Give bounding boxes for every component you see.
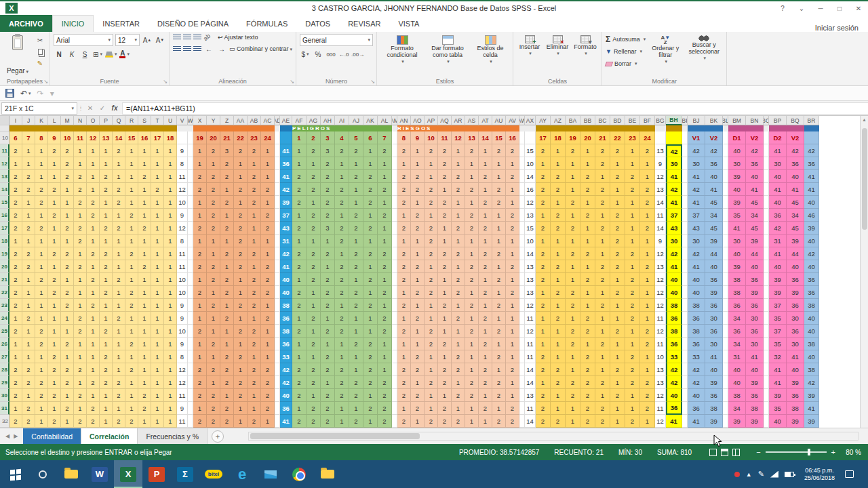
cell-AM11[interactable]	[392, 144, 397, 157]
cell-AZ24[interactable]: 2	[551, 312, 566, 325]
cell-BA27[interactable]: 1	[566, 350, 580, 363]
cell-BB17[interactable]: 1	[580, 222, 595, 235]
cell-X10[interactable]: 19	[193, 131, 207, 144]
cell-BJ20[interactable]: 41	[688, 260, 705, 273]
cell-BI31[interactable]	[682, 402, 688, 415]
cell-AK21[interactable]: 2	[363, 273, 378, 286]
cell-I20[interactable]: 2	[9, 260, 22, 273]
cell-AC14[interactable]: 2	[261, 183, 275, 196]
cell-AV15[interactable]: 1	[506, 196, 519, 209]
cell-AO23[interactable]: 1	[411, 299, 425, 312]
cell-BB21[interactable]: 2	[580, 273, 595, 286]
cell-N11[interactable]: 1	[74, 144, 87, 157]
cell-AJ16[interactable]: 2	[349, 209, 363, 222]
cell-AQ13[interactable]: 2	[438, 170, 452, 183]
cell-AW30[interactable]	[519, 389, 525, 402]
cell-BD23[interactable]: 1	[610, 299, 625, 312]
vertical-scroll-thumb[interactable]	[862, 128, 867, 230]
sheet-tab-correlación[interactable]: Correlación	[81, 428, 138, 444]
cell-AC16[interactable]: 2	[261, 209, 275, 222]
cell-AP27[interactable]: 1	[425, 350, 438, 363]
cell-AO25[interactable]: 1	[411, 325, 425, 338]
cell-AY18[interactable]: 1	[536, 235, 551, 247]
cell-AD32[interactable]	[275, 415, 280, 428]
cell-V12[interactable]: 8	[177, 157, 188, 170]
cell-AJ29[interactable]: 2	[349, 376, 363, 389]
column-header-BJ[interactable]: BJ	[688, 116, 705, 125]
cell-V14[interactable]: 12	[177, 183, 188, 196]
cell-BL31[interactable]	[723, 402, 728, 415]
cell-AE29[interactable]: 42	[280, 376, 292, 389]
cell-K14[interactable]: 2	[35, 183, 48, 196]
cell-J11[interactable]: 1	[22, 144, 35, 157]
cell-BQ15[interactable]: 45	[787, 196, 804, 209]
cell-BK19[interactable]: 44	[705, 247, 723, 260]
cell-BM19[interactable]: 40	[728, 247, 746, 260]
column-header-P[interactable]: P	[100, 116, 113, 125]
cell-AT31[interactable]: 2	[479, 402, 492, 415]
cell-AQ17[interactable]: 1	[438, 222, 452, 235]
cell-AZ26[interactable]: 1	[551, 338, 566, 350]
cell-BF15[interactable]: 2	[640, 196, 655, 209]
cell-BE32[interactable]: 2	[625, 415, 640, 428]
cell-Z13[interactable]: 2	[220, 170, 234, 183]
cell-BF22[interactable]: 1	[640, 286, 655, 299]
cell-AY15[interactable]: 2	[536, 196, 551, 209]
cell-AY27[interactable]: 2	[536, 350, 551, 363]
cell-K22[interactable]: 1	[35, 286, 48, 299]
cell-V17[interactable]: 12	[177, 222, 188, 235]
cell-Q29[interactable]: 2	[113, 376, 125, 389]
cell-O20[interactable]: 1	[87, 260, 100, 273]
cell-AL21[interactable]: 1	[378, 273, 392, 286]
cell-T16[interactable]: 1	[151, 209, 164, 222]
cell-BR10[interactable]	[804, 131, 819, 144]
cell-AO28[interactable]: 2	[411, 363, 425, 376]
column-header-BC[interactable]: BC	[595, 116, 610, 125]
row-header-31[interactable]: 31	[0, 402, 9, 415]
cell-AR29[interactable]: 1	[452, 376, 465, 389]
cell-R15[interactable]: 1	[125, 196, 138, 209]
cell-BM13[interactable]: 39	[728, 170, 746, 183]
cell-AP10[interactable]: 10	[425, 131, 438, 144]
cell-AE14[interactable]: 42	[280, 183, 292, 196]
cell-W10[interactable]	[188, 131, 193, 144]
cell-I27[interactable]: 1	[9, 350, 22, 363]
cell-BL28[interactable]	[723, 363, 728, 376]
cell-AG27[interactable]: 1	[307, 350, 321, 363]
cell-BC27[interactable]: 1	[595, 350, 610, 363]
cell-BR21[interactable]: 36	[804, 273, 819, 286]
cell-BH25[interactable]: 38	[666, 325, 682, 338]
cell-BM15[interactable]: 39	[728, 196, 746, 209]
cell-I26[interactable]: 1	[9, 338, 22, 350]
cell-Y11[interactable]: 2	[207, 144, 220, 157]
cell-AH10[interactable]: 3	[321, 131, 335, 144]
cell-AE30[interactable]: 40	[280, 389, 292, 402]
zoom-slider[interactable]	[766, 451, 827, 453]
cell-AN13[interactable]: 2	[397, 170, 411, 183]
cell-AZ17[interactable]: 2	[551, 222, 566, 235]
cell-AQ15[interactable]: 2	[438, 196, 452, 209]
cell-BR13[interactable]: 41	[804, 170, 819, 183]
column-header-AL[interactable]: AL	[378, 116, 392, 125]
cell-BH11[interactable]: 42	[666, 144, 682, 157]
cell-AV29[interactable]: 1	[506, 376, 519, 389]
column-header-S[interactable]: S	[138, 116, 151, 125]
cell-BP17[interactable]: 42	[769, 222, 787, 235]
cell-I11[interactable]: 2	[9, 144, 22, 157]
cell-AL25[interactable]: 2	[378, 325, 392, 338]
cell-AC25[interactable]: 1	[261, 325, 275, 338]
page-break-view-icon[interactable]	[732, 449, 740, 456]
cell-AQ22[interactable]: 1	[438, 286, 452, 299]
cell-AV32[interactable]: 2	[506, 415, 519, 428]
cell-AV25[interactable]: 1	[506, 325, 519, 338]
cell-AD21[interactable]	[275, 273, 280, 286]
undo-button[interactable]: ↶▾	[20, 89, 31, 98]
cell-AA15[interactable]: 1	[234, 196, 248, 209]
cell-L27[interactable]: 2	[48, 350, 61, 363]
column-header-T[interactable]: T	[151, 116, 164, 125]
cell-AF10[interactable]: 1	[292, 131, 307, 144]
cell-BN15[interactable]: 45	[746, 196, 764, 209]
cell-AH20[interactable]: 1	[321, 260, 335, 273]
column-header-AP[interactable]: AP	[425, 116, 438, 125]
cell-BN27[interactable]: 41	[746, 350, 764, 363]
